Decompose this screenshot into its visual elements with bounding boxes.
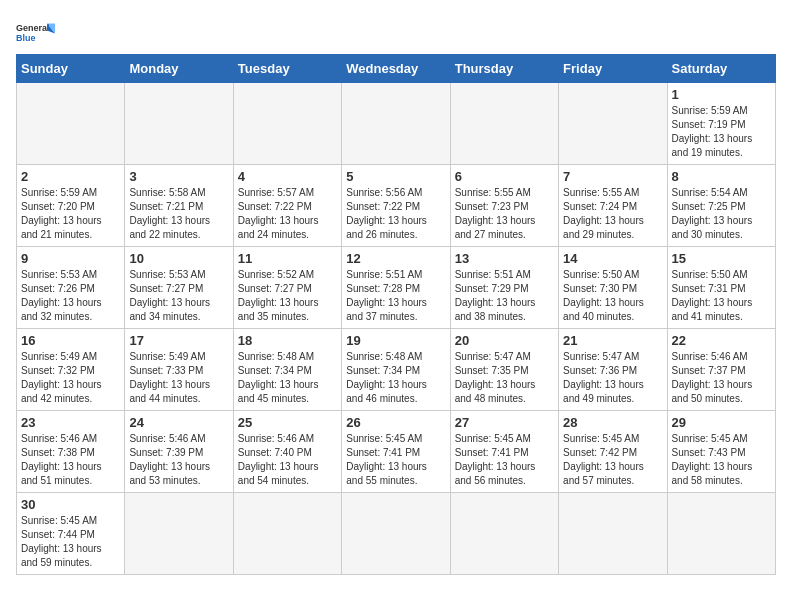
calendar-day-cell <box>559 493 667 575</box>
day-info: Sunrise: 5:59 AMSunset: 7:19 PMDaylight:… <box>672 104 771 160</box>
calendar-week-row: 9Sunrise: 5:53 AMSunset: 7:26 PMDaylight… <box>17 247 776 329</box>
day-info: Sunrise: 5:53 AMSunset: 7:26 PMDaylight:… <box>21 268 120 324</box>
calendar-day-cell: 22Sunrise: 5:46 AMSunset: 7:37 PMDayligh… <box>667 329 775 411</box>
calendar-week-row: 2Sunrise: 5:59 AMSunset: 7:20 PMDaylight… <box>17 165 776 247</box>
calendar-week-row: 23Sunrise: 5:46 AMSunset: 7:38 PMDayligh… <box>17 411 776 493</box>
calendar-day-cell: 6Sunrise: 5:55 AMSunset: 7:23 PMDaylight… <box>450 165 558 247</box>
day-info: Sunrise: 5:45 AMSunset: 7:41 PMDaylight:… <box>346 432 445 488</box>
calendar-day-cell: 2Sunrise: 5:59 AMSunset: 7:20 PMDaylight… <box>17 165 125 247</box>
calendar-table: SundayMondayTuesdayWednesdayThursdayFrid… <box>16 54 776 575</box>
calendar-day-cell: 3Sunrise: 5:58 AMSunset: 7:21 PMDaylight… <box>125 165 233 247</box>
day-number: 29 <box>672 415 771 430</box>
calendar-day-cell: 15Sunrise: 5:50 AMSunset: 7:31 PMDayligh… <box>667 247 775 329</box>
calendar-day-cell: 14Sunrise: 5:50 AMSunset: 7:30 PMDayligh… <box>559 247 667 329</box>
day-info: Sunrise: 5:55 AMSunset: 7:23 PMDaylight:… <box>455 186 554 242</box>
day-number: 15 <box>672 251 771 266</box>
day-info: Sunrise: 5:59 AMSunset: 7:20 PMDaylight:… <box>21 186 120 242</box>
day-info: Sunrise: 5:58 AMSunset: 7:21 PMDaylight:… <box>129 186 228 242</box>
day-number: 26 <box>346 415 445 430</box>
weekday-thursday: Thursday <box>450 55 558 83</box>
day-number: 22 <box>672 333 771 348</box>
calendar-day-cell: 26Sunrise: 5:45 AMSunset: 7:41 PMDayligh… <box>342 411 450 493</box>
calendar-day-cell: 29Sunrise: 5:45 AMSunset: 7:43 PMDayligh… <box>667 411 775 493</box>
day-number: 16 <box>21 333 120 348</box>
day-number: 19 <box>346 333 445 348</box>
calendar-day-cell <box>233 83 341 165</box>
day-info: Sunrise: 5:50 AMSunset: 7:31 PMDaylight:… <box>672 268 771 324</box>
day-number: 3 <box>129 169 228 184</box>
day-number: 2 <box>21 169 120 184</box>
day-info: Sunrise: 5:51 AMSunset: 7:28 PMDaylight:… <box>346 268 445 324</box>
day-info: Sunrise: 5:48 AMSunset: 7:34 PMDaylight:… <box>346 350 445 406</box>
day-number: 1 <box>672 87 771 102</box>
day-info: Sunrise: 5:47 AMSunset: 7:35 PMDaylight:… <box>455 350 554 406</box>
day-number: 5 <box>346 169 445 184</box>
calendar-day-cell: 21Sunrise: 5:47 AMSunset: 7:36 PMDayligh… <box>559 329 667 411</box>
calendar-day-cell: 11Sunrise: 5:52 AMSunset: 7:27 PMDayligh… <box>233 247 341 329</box>
weekday-tuesday: Tuesday <box>233 55 341 83</box>
calendar-day-cell <box>17 83 125 165</box>
calendar-day-cell: 23Sunrise: 5:46 AMSunset: 7:38 PMDayligh… <box>17 411 125 493</box>
calendar-day-cell <box>233 493 341 575</box>
day-info: Sunrise: 5:46 AMSunset: 7:40 PMDaylight:… <box>238 432 337 488</box>
calendar-week-row: 1Sunrise: 5:59 AMSunset: 7:19 PMDaylight… <box>17 83 776 165</box>
day-number: 6 <box>455 169 554 184</box>
day-info: Sunrise: 5:45 AMSunset: 7:41 PMDaylight:… <box>455 432 554 488</box>
weekday-saturday: Saturday <box>667 55 775 83</box>
svg-text:Blue: Blue <box>16 33 36 43</box>
calendar-day-cell: 8Sunrise: 5:54 AMSunset: 7:25 PMDaylight… <box>667 165 775 247</box>
svg-text:General: General <box>16 23 50 33</box>
generalblue-logo: General Blue <box>16 18 56 46</box>
day-info: Sunrise: 5:49 AMSunset: 7:33 PMDaylight:… <box>129 350 228 406</box>
calendar-day-cell <box>342 83 450 165</box>
day-number: 28 <box>563 415 662 430</box>
day-info: Sunrise: 5:45 AMSunset: 7:44 PMDaylight:… <box>21 514 120 570</box>
day-number: 23 <box>21 415 120 430</box>
day-number: 12 <box>346 251 445 266</box>
day-info: Sunrise: 5:53 AMSunset: 7:27 PMDaylight:… <box>129 268 228 324</box>
day-number: 17 <box>129 333 228 348</box>
calendar-day-cell: 16Sunrise: 5:49 AMSunset: 7:32 PMDayligh… <box>17 329 125 411</box>
day-info: Sunrise: 5:47 AMSunset: 7:36 PMDaylight:… <box>563 350 662 406</box>
calendar-day-cell: 24Sunrise: 5:46 AMSunset: 7:39 PMDayligh… <box>125 411 233 493</box>
calendar-day-cell <box>342 493 450 575</box>
day-info: Sunrise: 5:48 AMSunset: 7:34 PMDaylight:… <box>238 350 337 406</box>
day-number: 24 <box>129 415 228 430</box>
weekday-wednesday: Wednesday <box>342 55 450 83</box>
calendar-week-row: 16Sunrise: 5:49 AMSunset: 7:32 PMDayligh… <box>17 329 776 411</box>
day-info: Sunrise: 5:52 AMSunset: 7:27 PMDaylight:… <box>238 268 337 324</box>
calendar-day-cell: 17Sunrise: 5:49 AMSunset: 7:33 PMDayligh… <box>125 329 233 411</box>
calendar-day-cell: 19Sunrise: 5:48 AMSunset: 7:34 PMDayligh… <box>342 329 450 411</box>
day-number: 11 <box>238 251 337 266</box>
calendar-day-cell: 30Sunrise: 5:45 AMSunset: 7:44 PMDayligh… <box>17 493 125 575</box>
day-info: Sunrise: 5:55 AMSunset: 7:24 PMDaylight:… <box>563 186 662 242</box>
day-number: 20 <box>455 333 554 348</box>
day-info: Sunrise: 5:46 AMSunset: 7:38 PMDaylight:… <box>21 432 120 488</box>
day-number: 4 <box>238 169 337 184</box>
day-info: Sunrise: 5:54 AMSunset: 7:25 PMDaylight:… <box>672 186 771 242</box>
calendar-day-cell: 5Sunrise: 5:56 AMSunset: 7:22 PMDaylight… <box>342 165 450 247</box>
weekday-monday: Monday <box>125 55 233 83</box>
calendar-day-cell: 25Sunrise: 5:46 AMSunset: 7:40 PMDayligh… <box>233 411 341 493</box>
calendar-day-cell: 7Sunrise: 5:55 AMSunset: 7:24 PMDaylight… <box>559 165 667 247</box>
logo-area: General Blue <box>16 16 56 46</box>
day-number: 18 <box>238 333 337 348</box>
day-number: 8 <box>672 169 771 184</box>
calendar-day-cell: 1Sunrise: 5:59 AMSunset: 7:19 PMDaylight… <box>667 83 775 165</box>
day-info: Sunrise: 5:46 AMSunset: 7:37 PMDaylight:… <box>672 350 771 406</box>
calendar-day-cell: 27Sunrise: 5:45 AMSunset: 7:41 PMDayligh… <box>450 411 558 493</box>
day-info: Sunrise: 5:50 AMSunset: 7:30 PMDaylight:… <box>563 268 662 324</box>
day-number: 27 <box>455 415 554 430</box>
calendar-day-cell: 20Sunrise: 5:47 AMSunset: 7:35 PMDayligh… <box>450 329 558 411</box>
calendar-day-cell <box>125 493 233 575</box>
weekday-sunday: Sunday <box>17 55 125 83</box>
weekday-header-row: SundayMondayTuesdayWednesdayThursdayFrid… <box>17 55 776 83</box>
calendar-week-row: 30Sunrise: 5:45 AMSunset: 7:44 PMDayligh… <box>17 493 776 575</box>
day-number: 25 <box>238 415 337 430</box>
calendar-day-cell <box>125 83 233 165</box>
calendar-day-cell: 18Sunrise: 5:48 AMSunset: 7:34 PMDayligh… <box>233 329 341 411</box>
day-number: 21 <box>563 333 662 348</box>
day-info: Sunrise: 5:57 AMSunset: 7:22 PMDaylight:… <box>238 186 337 242</box>
calendar-day-cell <box>450 83 558 165</box>
day-info: Sunrise: 5:45 AMSunset: 7:43 PMDaylight:… <box>672 432 771 488</box>
